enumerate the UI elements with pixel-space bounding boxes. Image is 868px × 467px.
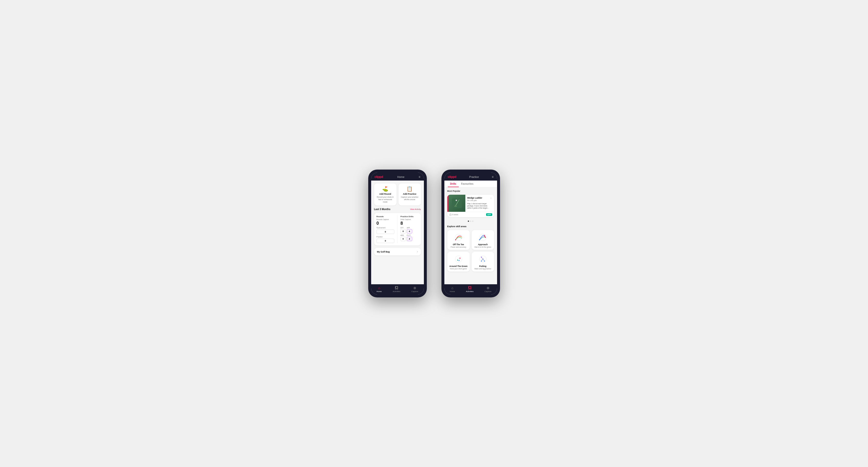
rounds-col: Rounds Rounds Capture 0 Tournament 0 Pra…: [376, 215, 395, 243]
drills-big-number: 8: [400, 221, 418, 226]
stats-divider: [397, 215, 398, 243]
activities-nav-icon-p: ⛾: [468, 286, 471, 290]
around-the-green-icon: [453, 255, 464, 263]
capture-nav-icon-p: ⊕: [487, 286, 490, 290]
featured-drill-card[interactable]: ☆ Wedge Ladder 50–100 yd: [447, 195, 494, 217]
drills-mini-grid: OTT 0 APP 4 ARG 0: [400, 227, 418, 241]
activity-header: Last 3 Months View Activity: [374, 208, 421, 211]
skill-off-the-tee[interactable]: Off The Tee Power and accuracy: [447, 230, 470, 250]
approach-icon-area: [477, 232, 489, 242]
practice-drills-col: Practice Drills Drills Capture 8 OTT 0 A…: [400, 215, 418, 243]
view-activity-link[interactable]: View Activity: [410, 208, 421, 210]
action-cards-row: ⛳ Add Round Record your shots in fast or…: [374, 184, 421, 206]
skill-around-the-green[interactable]: Around The Green Hone your short game: [447, 252, 470, 272]
practice-drills-title: Practice Drills: [400, 215, 418, 218]
nav-capture-home[interactable]: ⊕ Capture: [411, 286, 418, 292]
logo-home: clippd: [375, 175, 383, 179]
bag-chevron-icon: ›: [417, 250, 418, 253]
activities-nav-label: Activities: [393, 290, 400, 292]
shots-icon: [449, 214, 452, 216]
app-col: APP 4: [407, 227, 412, 234]
drills-capture-label: Drills Capture: [400, 219, 418, 220]
svg-point-13: [485, 237, 486, 238]
svg-point-11: [484, 235, 485, 236]
add-practice-card[interactable]: 📋 Add Practice Capture your practice off…: [399, 184, 421, 206]
tournament-value: 0: [376, 229, 395, 234]
explore-title: Explore skill areas: [447, 225, 494, 228]
featured-card-inner: Wedge Ladder 50–100 yds Play 1 shot at e…: [447, 195, 494, 212]
phone-practice: clippd Practice ≡ Drills Favourites Most…: [441, 169, 500, 298]
activities-nav-icon: ⛾: [395, 286, 398, 290]
drill-shots-info: 9 shots: [453, 214, 458, 216]
tab-favourites[interactable]: Favourites: [459, 181, 476, 187]
skill-putting[interactable]: Putting Make and lag practice: [472, 252, 494, 272]
atg-skill-subtitle: Hone your short game: [450, 268, 467, 270]
add-round-card[interactable]: ⛳ Add Round Record your shots in fast or…: [374, 184, 397, 206]
ott-label: OTT: [400, 227, 406, 229]
svg-point-14: [455, 256, 462, 262]
skill-approach[interactable]: Approach Dial-in to hit the green: [472, 230, 494, 250]
putting-skill-subtitle: Make and lag practice: [474, 268, 491, 270]
add-round-icon: ⛳: [382, 186, 388, 192]
add-round-subtitle: Record your shots in fast or enhanced mo…: [376, 196, 395, 203]
add-practice-title: Add Practice: [403, 193, 416, 195]
dot-3: [472, 221, 473, 222]
favourite-star-icon[interactable]: ☆: [490, 197, 492, 200]
atg-skill-title: Around The Green: [449, 265, 468, 268]
rounds-big-number: 0: [376, 221, 395, 226]
putting-skill-title: Putting: [479, 265, 486, 268]
last-3-months-title: Last 3 Months: [374, 208, 391, 211]
drill-title: Wedge Ladder: [467, 197, 492, 199]
tournament-label: Tournament: [376, 227, 395, 229]
add-practice-icon: 📋: [407, 186, 413, 192]
ott-value: 0: [400, 229, 406, 234]
nav-capture-practice[interactable]: ⊕ Capture: [485, 286, 492, 292]
practice-label: Practice: [376, 236, 395, 238]
putt-col: PUTT 4: [407, 235, 412, 241]
practice-page-title: Practice: [469, 176, 479, 178]
svg-point-12: [485, 236, 485, 237]
nav-home[interactable]: ⌂ Home: [376, 286, 382, 292]
svg-point-23: [481, 257, 482, 258]
putting-icon: [477, 255, 488, 263]
menu-icon-practice[interactable]: ≡: [492, 175, 493, 179]
carousel-dots: [447, 220, 494, 223]
approach-skill-subtitle: Dial-in to hit the green: [474, 246, 491, 248]
drill-subtitle: 50–100 yds: [467, 199, 492, 201]
nav-activities-practice[interactable]: ⛾ Activities: [466, 286, 474, 292]
my-golf-bag-row[interactable]: My Golf Bag ›: [374, 248, 421, 255]
nav-home-practice[interactable]: ⌂ Home: [450, 286, 455, 292]
arg-col: ARG 0: [400, 235, 406, 241]
stats-row: Rounds Rounds Capture 0 Tournament 0 Pra…: [376, 215, 418, 243]
svg-point-8: [455, 239, 456, 240]
menu-icon-home[interactable]: ≡: [418, 175, 420, 179]
practice-tabs: Drills Favourites: [444, 181, 497, 187]
drill-app-badge: APP: [486, 213, 492, 216]
golf-swing-icon: [452, 198, 462, 208]
ott-skill-subtitle: Power and accuracy: [451, 246, 466, 248]
off-the-tee-icon: [453, 233, 464, 242]
tab-drills[interactable]: Drills: [448, 181, 459, 187]
top-bar-home: clippd Home ≡: [371, 173, 424, 181]
drill-footer: 9 shots APP: [447, 212, 494, 217]
home-nav-label: Home: [376, 290, 382, 292]
home-nav-icon: ⌂: [378, 286, 380, 290]
activities-nav-label-p: Activities: [466, 290, 474, 292]
most-popular-label: Most Popular: [447, 190, 494, 192]
logo-practice: clippd: [448, 175, 456, 179]
nav-activities-home[interactable]: ⛾ Activities: [393, 286, 400, 292]
capture-nav-icon: ⊕: [413, 286, 416, 290]
skills-grid: Off The Tee Power and accuracy: [447, 230, 494, 272]
home-content: ⛳ Add Round Record your shots in fast or…: [371, 181, 424, 284]
dot-1: [468, 221, 469, 222]
drill-description: Play 1 shot at each target yardage. If y…: [467, 203, 492, 209]
stats-card: Rounds Rounds Capture 0 Tournament 0 Pra…: [374, 213, 421, 245]
svg-point-2: [456, 199, 457, 201]
dot-2: [470, 221, 471, 222]
add-practice-subtitle: Capture your practice off-the-course: [400, 196, 419, 201]
practice-content: Most Popular ☆: [444, 187, 497, 284]
bag-label: My Golf Bag: [377, 251, 390, 253]
top-bar-practice: clippd Practice ≡: [444, 173, 497, 181]
putting-icon-area: [477, 254, 489, 264]
home-nav-label-p: Home: [450, 290, 455, 292]
